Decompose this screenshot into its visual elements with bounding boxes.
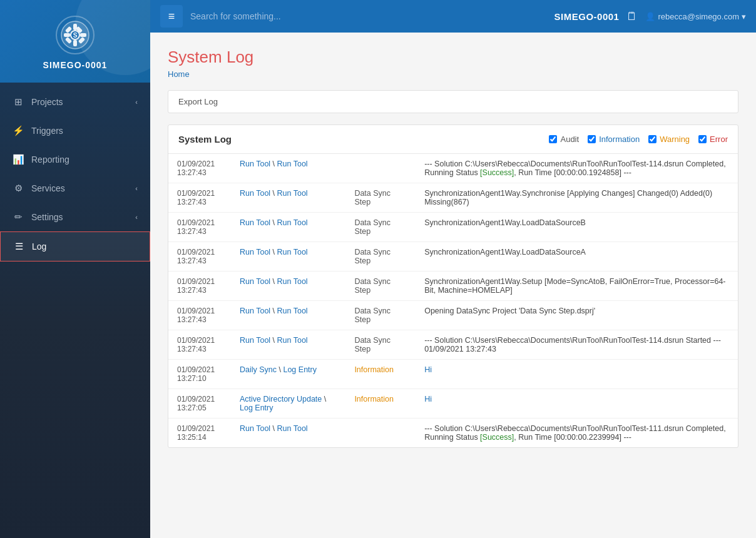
log-source: Run Tool \ Run Tool bbox=[231, 242, 345, 272]
topbar-system-name: SIMEGO-0001 bbox=[554, 11, 620, 22]
log-source: Run Tool \ Run Tool bbox=[231, 330, 345, 360]
filter-audit-label: Audit bbox=[560, 134, 579, 144]
log-datetime: 01/09/2021 13:27:43 bbox=[168, 242, 231, 272]
log-source-part2[interactable]: Run Tool bbox=[277, 336, 308, 345]
log-source: Run Tool \ Run Tool bbox=[231, 272, 345, 301]
user-email: rebecca@simego.com bbox=[658, 12, 739, 21]
log-category: Information bbox=[345, 389, 416, 419]
filter-error-checkbox[interactable] bbox=[698, 135, 707, 143]
export-bar: Export Log bbox=[168, 90, 738, 113]
log-source-part1[interactable]: Run Tool bbox=[240, 307, 270, 315]
sidebar-item-reporting[interactable]: 📊 Reporting bbox=[0, 145, 150, 174]
user-menu[interactable]: 👤 rebecca@simego.com ▾ bbox=[645, 12, 746, 21]
log-message: SynchronizationAgent1Way.Synchronise [Ap… bbox=[416, 183, 738, 213]
log-source-part2[interactable]: Run Tool bbox=[277, 189, 308, 198]
log-source-part1[interactable]: Active Directory Update bbox=[240, 395, 322, 404]
filter-information[interactable]: Information bbox=[588, 134, 640, 144]
log-message: Opening DataSync Project 'Data Sync Step… bbox=[416, 301, 738, 330]
log-source-part1[interactable]: Run Tool bbox=[240, 424, 270, 433]
svg-rect-9 bbox=[76, 26, 83, 33]
log-source-part1[interactable]: Run Tool bbox=[240, 277, 270, 286]
log-source-part2[interactable]: Run Tool bbox=[277, 160, 308, 168]
log-category: Information bbox=[345, 360, 416, 389]
log-category: Data Sync Step bbox=[345, 301, 416, 330]
topbar-right: 🗒 👤 rebecca@simego.com ▾ bbox=[626, 10, 746, 23]
log-panel: System Log Audit Information Warning bbox=[168, 124, 738, 448]
log-message: Hi bbox=[416, 360, 738, 389]
filter-warn-checkbox[interactable] bbox=[648, 135, 656, 143]
reporting-nav-icon: 📊 bbox=[13, 154, 24, 165]
export-log-button[interactable]: Export Log bbox=[178, 97, 218, 106]
log-datetime: 01/09/2021 13:27:05 bbox=[168, 389, 231, 419]
sidebar-item-services[interactable]: ⚙ Services ‹ bbox=[0, 174, 150, 203]
log-source-part2[interactable]: Run Tool bbox=[277, 424, 308, 433]
log-source-part1[interactable]: Run Tool bbox=[240, 218, 270, 227]
page-title: System Log bbox=[168, 48, 738, 67]
page-title-colored: Log bbox=[227, 48, 253, 66]
sidebar-logo-title: SIMEGO-0001 bbox=[43, 60, 108, 70]
table-row: 01/09/2021 13:27:10Daily Sync \ Log Entr… bbox=[168, 360, 738, 389]
menu-button[interactable]: ≡ bbox=[160, 5, 183, 28]
log-source-part2[interactable]: Run Tool bbox=[277, 248, 308, 256]
notes-icon[interactable]: 🗒 bbox=[626, 10, 638, 23]
log-datetime: 01/09/2021 13:27:43 bbox=[168, 154, 231, 183]
filter-info-checkbox[interactable] bbox=[588, 135, 596, 143]
table-row: 01/09/2021 13:27:43Run Tool \ Run ToolDa… bbox=[168, 301, 738, 330]
filter-audit[interactable]: Audit bbox=[549, 134, 579, 144]
menu-icon: ≡ bbox=[168, 10, 175, 23]
table-row: 01/09/2021 13:27:43Run Tool \ Run ToolDa… bbox=[168, 242, 738, 272]
log-datetime: 01/09/2021 13:27:43 bbox=[168, 301, 231, 330]
search-input[interactable] bbox=[190, 11, 547, 21]
log-source-part2[interactable]: Log Entry bbox=[283, 365, 317, 374]
user-dropdown-icon: ▾ bbox=[742, 12, 746, 21]
projects-nav-icon: ⊞ bbox=[13, 96, 24, 108]
table-row: 01/09/2021 13:25:14Run Tool \ Run Tool--… bbox=[168, 419, 738, 448]
log-source-part1[interactable]: Daily Sync bbox=[240, 365, 277, 374]
log-category bbox=[345, 154, 416, 183]
log-source-part1[interactable]: Run Tool bbox=[240, 248, 270, 256]
log-source-part2[interactable]: Run Tool bbox=[277, 218, 308, 227]
log-source-part1[interactable]: Run Tool bbox=[240, 336, 270, 345]
svg-rect-5 bbox=[64, 33, 70, 37]
settings-nav-arrow: ‹ bbox=[135, 213, 138, 221]
services-nav-label: Services bbox=[31, 183, 65, 193]
filter-error[interactable]: Error bbox=[698, 134, 728, 144]
log-category: Data Sync Step bbox=[345, 330, 416, 360]
svg-rect-8 bbox=[78, 37, 85, 44]
log-source-part2[interactable]: Run Tool bbox=[277, 307, 308, 315]
log-message: SynchronizationAgent1Way.LoadDataSourceB bbox=[416, 213, 738, 242]
log-source-part1[interactable]: Run Tool bbox=[240, 189, 270, 198]
filter-audit-checkbox[interactable] bbox=[549, 135, 557, 143]
log-table: 01/09/2021 13:27:43Run Tool \ Run Tool--… bbox=[168, 154, 738, 447]
log-message: Hi bbox=[416, 389, 738, 419]
log-source-part2[interactable]: Run Tool bbox=[277, 277, 308, 286]
log-source: Run Tool \ Run Tool bbox=[231, 213, 345, 242]
log-category: Data Sync Step bbox=[345, 183, 416, 213]
breadcrumb[interactable]: Home bbox=[168, 69, 738, 79]
log-source-part2[interactable]: Log Entry bbox=[240, 404, 273, 412]
svg-rect-6 bbox=[80, 33, 86, 37]
table-row: 01/09/2021 13:27:05Active Directory Upda… bbox=[168, 389, 738, 419]
log-datetime: 01/09/2021 13:27:43 bbox=[168, 183, 231, 213]
sidebar-item-triggers[interactable]: ⚡ Triggers bbox=[0, 116, 150, 145]
settings-nav-icon: ✏ bbox=[13, 211, 24, 223]
settings-nav-label: Settings bbox=[31, 212, 63, 222]
sidebar-nav: ⊞ Projects ‹ ⚡ Triggers 📊 Reporting ⚙ Se… bbox=[0, 83, 150, 538]
log-category bbox=[345, 419, 416, 448]
filter-warning[interactable]: Warning bbox=[648, 134, 690, 144]
log-message: --- Solution C:\Users\Rebecca\Documents\… bbox=[416, 330, 738, 360]
log-source-part1[interactable]: Run Tool bbox=[240, 160, 270, 168]
log-source: Run Tool \ Run Tool bbox=[231, 183, 345, 213]
services-nav-icon: ⚙ bbox=[13, 183, 24, 194]
sidebar-item-log[interactable]: ☰ Log bbox=[0, 231, 150, 261]
sidebar-item-projects[interactable]: ⊞ Projects ‹ bbox=[0, 88, 150, 116]
log-datetime: 01/09/2021 13:25:14 bbox=[168, 419, 231, 448]
log-panel-header: System Log Audit Information Warning bbox=[168, 125, 738, 154]
log-message: --- Solution C:\Users\Rebecca\Documents\… bbox=[416, 154, 738, 183]
log-datetime: 01/09/2021 13:27:10 bbox=[168, 360, 231, 389]
log-panel-title: System Log bbox=[178, 134, 549, 145]
sidebar-item-settings[interactable]: ✏ Settings ‹ bbox=[0, 203, 150, 231]
log-datetime: 01/09/2021 13:27:43 bbox=[168, 272, 231, 301]
log-category: Data Sync Step bbox=[345, 213, 416, 242]
content-area: System Log Home Export Log System Log Au… bbox=[150, 33, 756, 538]
